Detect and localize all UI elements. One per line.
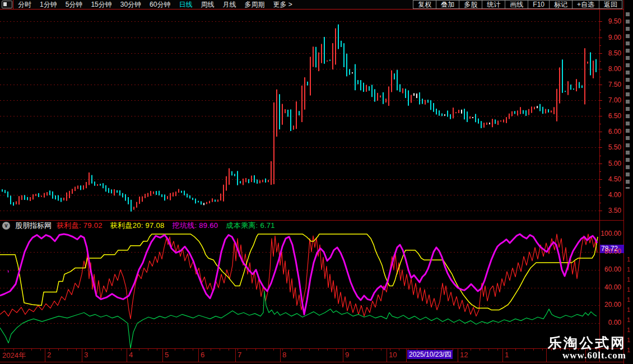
price-tick	[599, 156, 601, 156]
price-tick	[599, 203, 601, 203]
month-label: 1	[505, 351, 509, 359]
week-tick	[58, 349, 59, 351]
period-tab[interactable]: 月线	[222, 0, 236, 10]
week-tick	[229, 349, 229, 351]
price-tick	[599, 69, 602, 69]
stray-mark: ,	[7, 265, 9, 273]
clipped-digit: 1	[627, 306, 630, 313]
price-tick	[599, 124, 601, 124]
week-tick	[31, 349, 32, 351]
period-tab[interactable]: 更多 >	[273, 0, 292, 10]
price-tick	[599, 92, 601, 93]
clipped-digit: 1	[627, 296, 630, 303]
week-tick	[193, 349, 193, 351]
watermark: 乐淘公式网 www.60lt.com	[548, 335, 626, 361]
week-tick	[184, 349, 184, 351]
price-axis-line	[599, 10, 600, 362]
price-tick-label: 9.00	[600, 34, 621, 41]
price-tick	[599, 171, 601, 172]
week-tick	[211, 349, 211, 351]
price-tick	[599, 164, 602, 164]
price-tick-label: 9.50	[600, 17, 621, 25]
week-tick	[139, 349, 139, 351]
period-tab[interactable]: 分时	[18, 0, 31, 10]
clipped-digit: 1	[627, 286, 630, 293]
month-separator	[235, 349, 236, 362]
toolbar-button[interactable]: +自选	[573, 0, 599, 9]
price-tick	[599, 21, 602, 22]
chevron-down-icon[interactable]: ∨	[2, 222, 10, 230]
price-tick-label: 4.50	[600, 175, 621, 183]
date-axis[interactable]: 2024年23456789101212025/10/23/四	[0, 349, 599, 362]
week-tick	[94, 349, 95, 351]
clipped-text-texture	[626, 12, 630, 189]
week-tick	[121, 349, 122, 351]
month-label: 7	[238, 351, 241, 359]
right-clipped-sidebar[interactable]: 1111111111	[624, 0, 633, 364]
period-tab[interactable]: 15分钟	[91, 0, 111, 10]
week-tick	[318, 349, 319, 351]
period-tab[interactable]: 60分钟	[150, 0, 170, 10]
month-separator	[198, 349, 199, 362]
price-tick	[599, 132, 602, 132]
month-separator	[502, 349, 503, 362]
period-tab[interactable]: 多周期	[244, 0, 264, 10]
price-tick	[599, 195, 602, 195]
month-separator	[280, 349, 281, 362]
week-tick	[246, 349, 247, 351]
month-separator	[45, 349, 45, 362]
toolbar-button[interactable]: 叠加	[436, 0, 459, 9]
price-tick	[599, 108, 601, 109]
toolbar-divider	[13, 0, 13, 9]
week-tick	[471, 349, 471, 351]
toolbar-button[interactable]: 多股	[459, 0, 482, 9]
price-tick	[599, 61, 601, 62]
price-tick-label: 4.00	[600, 191, 621, 199]
clipped-digit: 1	[627, 316, 630, 323]
week-tick	[255, 349, 256, 351]
price-tick-label: 6.50	[600, 112, 621, 120]
indicator-tick-label: 80.00	[600, 248, 621, 255]
toolbar-button[interactable]: 返回	[599, 0, 622, 9]
watermark-title: 乐淘公式网	[548, 335, 626, 351]
candlestick-canvas[interactable]	[0, 10, 599, 220]
period-tab[interactable]: 日线	[179, 0, 192, 10]
toolbar-button[interactable]: 标记	[550, 0, 573, 9]
week-tick	[363, 349, 364, 351]
month-label: 9	[345, 351, 349, 359]
clipped-digit: 1	[627, 326, 630, 333]
month-label: 12	[460, 351, 468, 359]
week-tick	[336, 349, 337, 351]
indicator-tick-label: 100.00	[600, 230, 621, 237]
period-tab[interactable]: 1分钟	[40, 0, 57, 10]
toolbar-button[interactable]: 复权	[413, 0, 436, 9]
toolbar-button[interactable]: 统计	[482, 0, 505, 9]
period-tab[interactable]: 周线	[201, 0, 214, 10]
window-panel-icon[interactable]	[2, 1, 12, 8]
toolbar-button[interactable]: 画线	[505, 0, 528, 9]
month-separator	[406, 349, 407, 362]
clipped-digit: 1	[627, 337, 630, 343]
week-tick	[354, 349, 355, 351]
month-label: 4	[129, 351, 133, 359]
month-label: 5	[165, 351, 169, 359]
indicator-value: 获利盘: 79.02	[57, 221, 103, 231]
indicator-canvas[interactable]	[0, 230, 599, 348]
month-label: 2	[47, 351, 51, 359]
month-label: 2024年	[2, 351, 26, 361]
week-tick	[175, 349, 175, 351]
price-tick-label: 7.50	[600, 81, 621, 88]
week-tick	[220, 349, 220, 351]
month-label: 6	[201, 351, 204, 359]
indicator-value: 获利盘20: 97.08	[110, 221, 165, 231]
period-tab[interactable]: 5分钟	[66, 0, 83, 10]
week-tick	[524, 349, 525, 351]
price-tick	[599, 147, 602, 148]
week-tick	[40, 349, 41, 351]
watermark-url: www.60lt.com	[548, 351, 626, 361]
toolbar-button[interactable]: F10	[528, 0, 550, 9]
period-tab[interactable]: 30分钟	[120, 0, 141, 10]
indicator-tick-label: 60.00	[600, 265, 621, 273]
month-separator	[546, 349, 547, 362]
toolbar-right-buttons: 复权叠加多股统计画线F10标记+自选返回	[413, 0, 622, 9]
